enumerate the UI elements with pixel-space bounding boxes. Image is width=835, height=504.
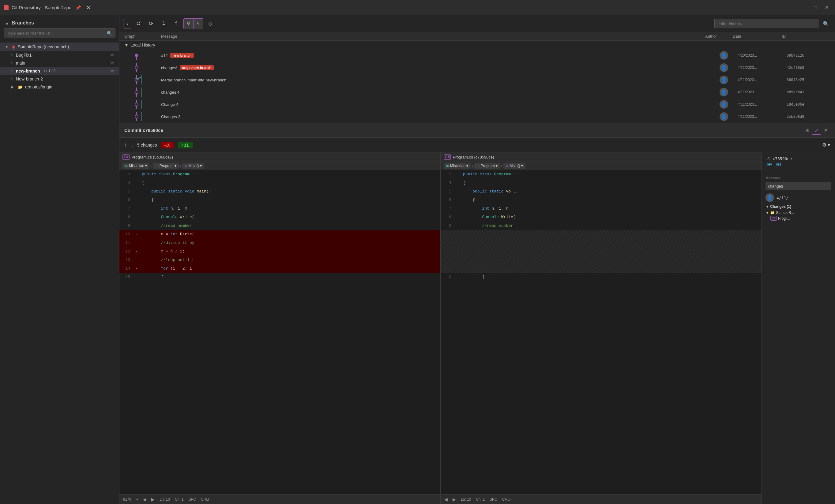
code-line-right-nd4 — [441, 256, 761, 265]
nav-down-button[interactable]: ↓ — [131, 142, 134, 148]
commit-row-2[interactable]: changes! origin/new-branch 👤 4/11/2023..… — [119, 62, 835, 74]
sidebar-item-repo-root[interactable]: ▼ ◈ SampleRepo (new-branch) — [0, 43, 119, 51]
svg-point-10 — [135, 90, 138, 93]
local-history-header[interactable]: ▼ Local History — [119, 41, 835, 49]
repo-icon: ◈ — [12, 44, 15, 49]
breadcrumb-namespace-right[interactable]: ⊞ Miscellan ▾ — [444, 163, 471, 169]
eye-icon-new-branch: 👁 — [110, 69, 114, 74]
changes-tree-file[interactable]: C# Progr... — [766, 215, 831, 221]
commit-row-1[interactable]: #12 new-branch 👤 4/20/2023... 09b42126 — [119, 49, 835, 62]
commit-row-6[interactable]: Changes 3 👤 4/11/2023... 2eb8b8d8 — [119, 110, 835, 123]
graph-svg-1 — [124, 51, 149, 60]
sidebar-tree: ▼ ◈ SampleRepo (new-branch) ⑂ BugFix1 👁 … — [0, 41, 119, 504]
sidebar-item-main[interactable]: ⑂ main 👁 — [0, 59, 119, 67]
code-line-right-nd5 — [441, 265, 761, 273]
cs-icon-left: C# — [122, 154, 129, 160]
id-label: ID: — [766, 156, 770, 160]
right-code-area[interactable]: 3 public class Program 4 { 5 — [441, 170, 761, 494]
class-icon-left: ⊡ — [156, 164, 158, 168]
branch-merge-button[interactable]: ⑂ — [194, 19, 203, 29]
folder-icon-changes: ▼ 📁 — [766, 211, 775, 215]
sidebar-item-remotes-origin[interactable]: ▶ 📁 remotes/origin — [0, 83, 119, 91]
commit-row-4[interactable]: changes 4 👤 4/11/2023... b89acb41 — [119, 86, 835, 98]
breadcrumb-arrow-2-left: › — [180, 164, 181, 168]
left-scroll-right[interactable]: ▶ — [151, 497, 155, 502]
code-line-right-6: 6 { — [441, 196, 761, 205]
breadcrumb-method-right[interactable]: ◈ Main() ▾ — [503, 163, 525, 169]
commit-date: 4/11/ — [776, 195, 789, 200]
commit-row-3[interactable]: Merge branch 'main' into new-branch 👤 4/… — [119, 74, 835, 86]
diff-close-button[interactable]: ✕ — [821, 126, 830, 134]
deletions-badge: -10 — [161, 142, 174, 148]
res-link[interactable]: Res — [774, 162, 781, 166]
breadcrumb-class-left[interactable]: ⊡ Program ▾ — [153, 163, 179, 169]
left-scroll-left[interactable]: ◀ — [143, 497, 146, 502]
details-more-button[interactable]: ··· — [766, 168, 769, 173]
diff-panels: C# Program.cs (5b368ca7) ⊞ Miscellan ▾ ›… — [119, 152, 835, 504]
back-button[interactable]: ‹ — [123, 19, 131, 28]
commit-message-1: #12 — [161, 53, 168, 58]
filter-history-input[interactable] — [714, 19, 818, 28]
chevron-down-local: ▼ — [124, 43, 128, 47]
col-graph-header: Graph — [124, 34, 161, 39]
branch-button[interactable]: ⑂ — [184, 19, 194, 29]
sidebar-search[interactable]: 🔍 — [4, 28, 116, 38]
pull-button[interactable]: ⇣ — [158, 18, 169, 29]
push-button[interactable]: ⇡ — [171, 18, 182, 29]
graph-cell-4 — [124, 87, 161, 97]
left-ch: Ch: 1 — [175, 497, 184, 502]
title-bar-maximize[interactable]: □ — [811, 4, 819, 12]
left-diff-panel: C# Program.cs (5b368ca7) ⊞ Miscellan ▾ ›… — [119, 152, 441, 504]
commit-row-5[interactable]: Change 4 👤 4/11/2023... 18d5e0be — [119, 98, 835, 110]
refresh-button[interactable]: ↺ — [133, 18, 144, 29]
sidebar-item-new-branch[interactable]: ⑂ new-branch ↑↓ 1 / 0 👁 — [0, 67, 119, 75]
graph-svg-3 — [124, 75, 149, 84]
avatar-3: 👤 — [719, 76, 728, 84]
branch-label-bugfix1: BugFix1 — [16, 52, 32, 58]
breadcrumb-namespace-left[interactable]: ⊞ Miscellan ▾ — [122, 163, 149, 169]
class-icon-right: ⊡ — [477, 164, 480, 168]
date-cell-1: 4/20/2023... — [738, 53, 787, 58]
code-line-left-8: 8 Console.Write( — [119, 213, 440, 222]
file-name: Progr... — [778, 216, 790, 220]
breadcrumb-method-left[interactable]: ◈ Main() ▾ — [182, 163, 204, 169]
title-bar-close[interactable]: ✕ — [84, 3, 93, 12]
rev-link[interactable]: Rev — [766, 162, 772, 166]
diff-changes-bar: ↑ ↓ 5 changes -10 +11 ⚙ ▾ — [119, 138, 835, 152]
message-cell-6: Changes 3 — [161, 114, 710, 119]
branch-icon-bugfix1: ⑂ — [11, 53, 14, 58]
diff-section: Commit c78590ce ⊞ ⤢ ✕ ↑ ↓ 5 changes -10 … — [119, 123, 835, 504]
code-line-left-5: 5 public static void Main() — [119, 187, 440, 196]
branch-icon-new-branch-2: ⑂ — [11, 77, 14, 81]
namespace-icon-left: ⊞ — [125, 164, 128, 168]
graph-cell-6 — [124, 112, 161, 121]
sidebar-item-bugfix1[interactable]: ⑂ BugFix1 👁 — [0, 51, 119, 59]
diff-pin-button[interactable]: ⊞ — [803, 126, 812, 134]
date-cell-6: 4/11/2023... — [738, 114, 787, 119]
left-code-area[interactable]: 3 public class Program 4 { 5 — [119, 170, 440, 494]
right-scroll-left[interactable]: ◀ — [444, 497, 448, 502]
title-bar-minimize[interactable]: — — [798, 4, 808, 12]
graph-cell-5 — [124, 100, 161, 109]
nav-up-button[interactable]: ↑ — [124, 142, 127, 148]
diff-commit-title: Commit c78590ce — [124, 128, 803, 133]
branch-icon-new-branch: ⑂ — [11, 69, 14, 74]
diff-expand-button[interactable]: ⤢ — [812, 126, 821, 135]
tag-button[interactable]: ◇ — [205, 18, 216, 29]
right-footer: ◀ ▶ Ln: 10 Ch: 1 SPC CRLF — [441, 494, 761, 504]
method-icon-left: ◈ — [185, 164, 187, 168]
settings-button[interactable]: ⚙ ▾ — [822, 142, 830, 148]
changes-tree-folder[interactable]: ▼ 📁 SampleR... — [766, 210, 831, 215]
changes-tree-header: ▼ Changes (1) — [766, 205, 831, 209]
breadcrumb-class-right[interactable]: ⊡ Program ▾ — [474, 163, 500, 169]
sidebar-item-new-branch-2[interactable]: ⑂ New-branch-2 — [0, 75, 119, 83]
left-zoom: 81 % — [123, 497, 131, 502]
message-cell-3: Merge branch 'main' into new-branch — [161, 78, 710, 82]
title-bar-close-win[interactable]: ✕ — [822, 3, 831, 12]
col-message-header: Message — [161, 34, 705, 39]
search-input[interactable] — [4, 28, 104, 38]
right-scroll-right[interactable]: ▶ — [452, 497, 456, 502]
cs-icon-file: C# — [770, 216, 777, 220]
fetch-button[interactable]: ⟳ — [146, 18, 157, 29]
remotes-origin-label: remotes/origin — [25, 84, 53, 89]
